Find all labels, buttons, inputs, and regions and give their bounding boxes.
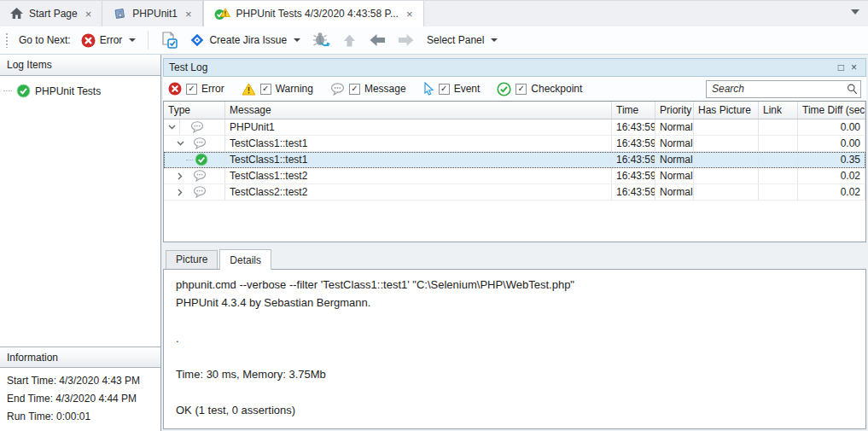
close-tab-icon[interactable]: × (405, 9, 415, 20)
go-to-next-error-button[interactable]: Error (78, 31, 140, 50)
log-row[interactable]: TestClass2::test2 16:43:59 Normal 0.02 (164, 184, 865, 201)
grid-header-row: Type Message Time Priority Has Picture L… (164, 102, 865, 119)
error-icon (81, 33, 96, 48)
collapse-chevron-icon[interactable] (174, 141, 186, 146)
type-cell (164, 119, 225, 135)
has-picture-cell (694, 119, 759, 135)
link-cell (759, 152, 798, 167)
tab-picture[interactable]: Picture (166, 250, 218, 269)
has-picture-cell (694, 168, 759, 183)
link-cell (759, 136, 798, 151)
event-filter-checkbox[interactable]: ✓ (439, 84, 450, 95)
search-input[interactable] (706, 80, 861, 98)
error-filter-checkbox[interactable]: ✓ (186, 84, 197, 95)
tree-item-label: PHPUnit Tests (35, 85, 101, 97)
collapse-chevron-icon[interactable] (166, 125, 178, 130)
column-header-link[interactable]: Link (759, 102, 798, 119)
chevron-down-icon (294, 38, 300, 42)
time-cell: 16:43:59 (612, 119, 655, 135)
has-picture-cell (694, 136, 759, 151)
log-items-header: Log Items (0, 55, 160, 76)
column-header-type[interactable]: Type (164, 102, 225, 119)
type-cell (164, 168, 225, 183)
time-diff-cell: 0.02 (798, 184, 865, 200)
event-cursor-icon (423, 82, 434, 96)
rerun-test-button[interactable] (309, 30, 334, 51)
column-header-has-picture[interactable]: Has Picture (694, 102, 759, 119)
column-header-time-diff[interactable]: Time Diff (sec) (798, 102, 865, 119)
select-test-item-button[interactable] (157, 29, 181, 51)
expand-chevron-icon[interactable] (174, 189, 186, 196)
tab-label: PHPUnit Tests 4/3/2020 4:43:58 P... (236, 8, 399, 20)
log-filterbar: ✓ Error ✓ Warning ✓ Message (163, 77, 866, 101)
search-box (706, 80, 861, 98)
log-items-tree: PHPUnit Tests (0, 76, 160, 347)
maximize-panel-icon[interactable]: □ (835, 62, 848, 73)
create-jira-issue-button[interactable]: Create Jira Issue (186, 30, 304, 50)
error-filter-label: Error (201, 83, 224, 95)
toolbar-grip[interactable] (5, 32, 9, 48)
has-picture-cell (694, 184, 759, 200)
log-row[interactable]: TestClass1::test2 16:43:59 Normal 0.02 (164, 168, 865, 184)
column-header-time[interactable]: Time (612, 102, 655, 119)
checkpoint-success-icon (195, 153, 208, 166)
close-tab-icon[interactable]: × (184, 9, 194, 20)
message-cell: TestClass1::test1 (225, 152, 612, 167)
go-to-parent-button[interactable] (339, 31, 360, 50)
document-check-icon (160, 32, 178, 49)
priority-cell: Normal (655, 152, 694, 167)
message-icon (193, 137, 207, 149)
tab-details[interactable]: Details (219, 249, 271, 270)
information-header: Information (0, 347, 160, 368)
type-cell (164, 184, 225, 200)
type-cell (164, 136, 225, 151)
test-log-result-icon (214, 7, 230, 20)
close-panel-icon[interactable]: × (848, 62, 860, 73)
log-row[interactable]: TestClass1::test1 16:43:59 Normal 0.00 (164, 136, 865, 152)
tree-connector (3, 90, 12, 91)
expand-chevron-icon[interactable] (174, 172, 186, 180)
time-diff-cell: 0.00 (798, 119, 865, 135)
chevron-down-icon (491, 38, 498, 42)
panel-gap (163, 242, 866, 249)
time-cell: 16:43:59 (612, 168, 655, 183)
test-log-titlebar: Test Log □ × (163, 58, 866, 77)
test-log-panel: Test Log □ × ✓ Error ✓ Warning (161, 55, 868, 431)
warning-filter-checkbox[interactable]: ✓ (260, 84, 271, 95)
message-icon (190, 121, 204, 133)
filter-checkpoint: ✓ Checkpoint (497, 82, 582, 96)
warning-icon (242, 83, 256, 96)
message-cell: TestClass1::test1 (225, 136, 612, 151)
message-icon (193, 170, 207, 182)
start-time-value: Start Time: 4/3/2020 4:43 PM (0, 372, 160, 390)
time-cell: 16:43:59 (612, 152, 655, 167)
tree-connector (186, 160, 193, 160)
close-tab-icon[interactable]: × (84, 9, 94, 20)
go-to-next-label: Go to Next: (19, 34, 71, 46)
column-header-priority[interactable]: Priority (655, 102, 694, 119)
priority-cell: Normal (655, 168, 694, 183)
previous-item-button[interactable] (365, 31, 389, 50)
message-filter-checkbox[interactable]: ✓ (349, 84, 360, 95)
main-area: Log Items PHPUnit Tests Information Star… (0, 55, 868, 431)
checkpoint-filter-checkbox[interactable]: ✓ (516, 84, 527, 95)
document-tabbar: Start Page × PHPUnit1 × PHPUnit Tests 4/… (0, 1, 868, 26)
tab-overflow-dropdown-icon[interactable] (851, 9, 859, 15)
column-header-message[interactable]: Message (225, 102, 612, 119)
select-panel-button[interactable]: Select Panel (423, 32, 501, 49)
end-time-value: End Time: 4/3/2020 4:44 PM (0, 390, 160, 408)
run-time-value: Run Time: 0:00:01 (0, 408, 160, 426)
filter-message: ✓ Message (330, 83, 406, 96)
tab-phpunit1[interactable]: PHPUnit1 × (102, 1, 202, 26)
tab-phpunit-tests-log[interactable]: PHPUnit Tests 4/3/2020 4:43:58 P... × (203, 1, 424, 26)
link-cell (759, 119, 798, 135)
log-row-selected[interactable]: TestClass1::test1 16:43:59 Normal 0.35 (164, 152, 865, 168)
tab-start-page[interactable]: Start Page × (0, 1, 102, 26)
search-icon (847, 84, 858, 95)
testcomplete-window: Start Page × PHPUnit1 × PHPUnit Tests 4/… (0, 0, 868, 431)
filter-warning: ✓ Warning (242, 83, 313, 96)
tree-item-phpunit-tests[interactable]: PHPUnit Tests (0, 81, 160, 101)
message-cell: TestClass1::test2 (225, 168, 612, 183)
next-item-button[interactable] (394, 31, 418, 50)
log-row[interactable]: PHPUnit1 16:43:59 Normal 0.00 (164, 119, 865, 136)
